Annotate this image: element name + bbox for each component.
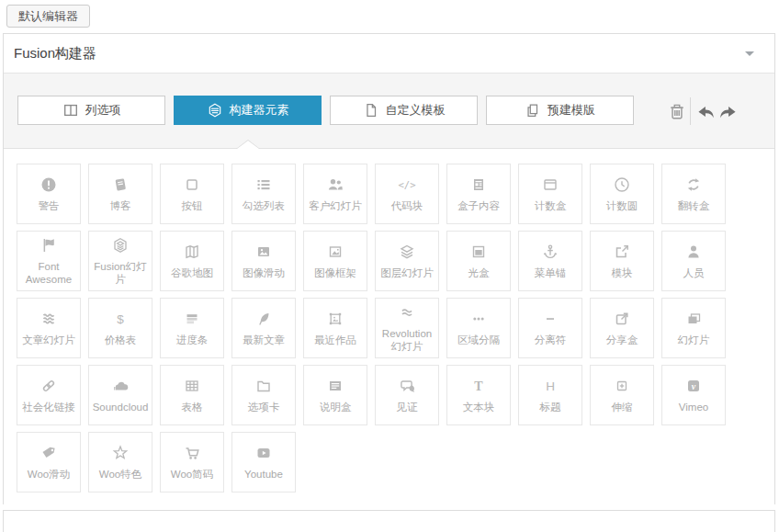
svg-text:H: H: [546, 379, 555, 392]
element-item[interactable]: 幻灯片: [661, 298, 726, 358]
element-item[interactable]: 伸缩: [590, 365, 654, 425]
element-item[interactable]: 翻转盒: [661, 164, 726, 224]
element-item[interactable]: Revolution幻灯片: [375, 298, 439, 358]
element-item[interactable]: 区域分隔: [446, 298, 511, 358]
element-item[interactable]: Woo简码: [160, 432, 224, 492]
element-label: Vimeo: [677, 402, 710, 414]
element-item[interactable]: 光盒: [446, 231, 511, 291]
element-label: 图像框架: [312, 267, 358, 280]
element-item[interactable]: 表格: [160, 365, 224, 425]
element-label: 代码块: [390, 200, 425, 213]
element-item[interactable]: 图像框架: [303, 231, 367, 291]
person-icon: [684, 243, 703, 261]
svg-text:v: v: [692, 380, 696, 391]
element-label: 光盒: [467, 267, 491, 280]
element-label: 警告: [37, 200, 62, 213]
element-item[interactable]: 文章幻灯片: [17, 298, 81, 358]
element-item[interactable]: 客户幻灯片: [303, 164, 367, 224]
element-item[interactable]: vVimeo: [661, 365, 726, 425]
element-item[interactable]: 谷歌地图: [160, 231, 224, 291]
element-item[interactable]: 计数盒: [518, 164, 582, 224]
element-item[interactable]: Fusion幻灯片: [88, 231, 152, 291]
share-box-icon: [613, 310, 631, 328]
element-item[interactable]: Soundcloud: [88, 365, 152, 425]
newspaper-icon: [469, 175, 488, 194]
tab-builder-elements[interactable]: 构建器元素: [174, 96, 322, 125]
element-item[interactable]: 计数圆: [590, 164, 654, 224]
element-item[interactable]: Font Awesome: [17, 231, 81, 291]
builder-toolbar: 列选项构建器元素自定义模板预建模版: [4, 74, 774, 149]
map-icon: [183, 243, 201, 261]
element-item[interactable]: 警告: [17, 164, 81, 224]
element-item[interactable]: 进度条: [160, 298, 224, 358]
element-label: 按钮: [180, 200, 205, 213]
element-item[interactable]: 博客: [88, 164, 152, 224]
element-item[interactable]: Woo滑动: [17, 432, 81, 492]
element-item[interactable]: 勾选列表: [231, 164, 296, 224]
element-item[interactable]: H标题: [518, 365, 582, 425]
redo-icon[interactable]: [717, 102, 738, 122]
element-item[interactable]: 图像滑动: [231, 231, 296, 291]
anchor-icon: [541, 243, 559, 261]
code-icon: </>: [398, 175, 416, 194]
tab-custom-templates[interactable]: 自定义模板: [330, 96, 478, 125]
element-label: 进度条: [175, 334, 210, 347]
element-label: 见证: [395, 402, 420, 414]
element-item[interactable]: 见证: [375, 365, 439, 425]
element-label: 文本块: [461, 402, 497, 414]
element-label: 表格: [180, 402, 205, 414]
chevron-down-icon[interactable]: [745, 51, 754, 56]
square-icon: [183, 175, 201, 194]
browser-window-icon: [541, 175, 559, 194]
element-item[interactable]: 选项卡: [231, 365, 296, 425]
element-item[interactable]: 模块: [590, 231, 654, 291]
default-editor-button[interactable]: 默认编辑器: [6, 5, 90, 28]
element-item[interactable]: 最新文章: [231, 298, 296, 358]
checklist-icon: [254, 175, 273, 194]
element-item[interactable]: 最近作品: [303, 298, 367, 358]
table-grid-icon: [183, 377, 201, 395]
element-label: 博客: [108, 200, 133, 213]
youtube-icon: [254, 444, 273, 462]
element-item[interactable]: 图层幻灯片: [375, 231, 439, 291]
lightbox-icon: [469, 243, 488, 261]
comments-icon: [398, 377, 416, 395]
tab-column-options[interactable]: 列选项: [17, 96, 165, 125]
element-item[interactable]: 人员: [661, 231, 726, 291]
progress-bars-icon: [183, 310, 201, 328]
letter-h-icon: H: [541, 377, 559, 395]
element-item[interactable]: 社会化链接: [17, 365, 81, 425]
element-item[interactable]: Woo特色: [88, 432, 152, 492]
tagline-box-icon: [326, 377, 344, 395]
builder-header[interactable]: Fusion构建器: [4, 34, 774, 74]
vimeo-icon: v: [684, 377, 703, 395]
undo-icon[interactable]: [696, 102, 717, 122]
element-item[interactable]: </>代码块: [375, 164, 439, 224]
element-item[interactable]: 盒子内容: [446, 164, 511, 224]
element-item[interactable]: 分离符: [518, 298, 582, 358]
element-item[interactable]: 说明盒: [303, 365, 367, 425]
element-item[interactable]: Youtube: [231, 432, 296, 492]
tag-icon: [40, 444, 58, 462]
svg-text:T: T: [474, 379, 483, 392]
users-icon: [326, 175, 344, 194]
element-item[interactable]: T文本块: [446, 365, 511, 425]
clock-icon: [613, 175, 631, 194]
element-item[interactable]: 分享盒: [590, 298, 654, 358]
element-item[interactable]: 菜单锚: [518, 231, 582, 291]
tab-label: 预建模版: [548, 102, 595, 119]
stacked-slides-icon: [684, 310, 703, 328]
element-item[interactable]: $价格表: [88, 298, 152, 358]
element-label: Woo特色: [97, 469, 143, 481]
element-label: 勾选列表: [241, 200, 287, 213]
trash-icon[interactable]: [667, 101, 687, 121]
tab-prebuilt-templates[interactable]: 预建模版: [486, 96, 634, 125]
toolbar-divider: [690, 97, 691, 125]
element-label: 选项卡: [246, 402, 282, 414]
element-label: Revolution幻灯片: [376, 328, 438, 354]
element-label: 说明盒: [318, 402, 354, 414]
element-label: 模块: [610, 267, 635, 280]
svg-text:</>: </>: [399, 178, 416, 189]
element-item[interactable]: 按钮: [160, 164, 224, 224]
element-label: 人员: [682, 267, 706, 280]
